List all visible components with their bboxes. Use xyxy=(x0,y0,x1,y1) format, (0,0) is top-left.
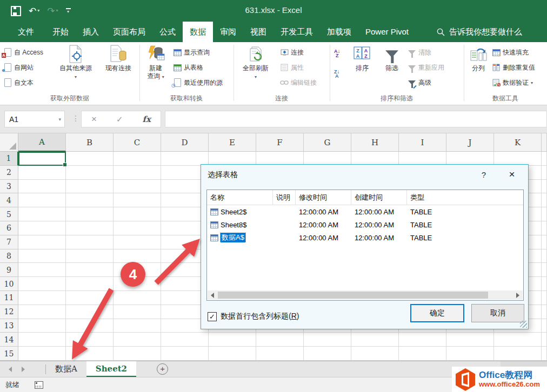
cell-B2[interactable] xyxy=(66,166,114,180)
cell-partial-7[interactable] xyxy=(542,235,547,249)
from-text-button[interactable]: 自文本 xyxy=(3,77,34,89)
cell-F14[interactable] xyxy=(256,333,304,347)
tab-data[interactable]: 数据 xyxy=(183,22,213,42)
cell-A4[interactable] xyxy=(18,193,66,207)
cell-partial-13[interactable] xyxy=(542,319,547,333)
add-sheet-button[interactable]: + xyxy=(157,363,168,375)
column-header-partial[interactable] xyxy=(542,133,547,152)
column-header-I[interactable]: I xyxy=(399,133,446,152)
sort-button[interactable]: ZAAZ 排序 xyxy=(349,44,375,72)
cell-A8[interactable] xyxy=(18,249,66,263)
row-header-11[interactable]: 11 xyxy=(0,291,18,305)
sort-ascending-button[interactable]: A↓Z xyxy=(334,48,341,59)
cell-partial-1[interactable] xyxy=(542,152,547,166)
dialog-resize-grip[interactable] xyxy=(520,321,527,328)
table-name[interactable]: Sheet2$ xyxy=(221,208,246,216)
cell-B3[interactable] xyxy=(66,180,114,194)
table-list-row-Sheet8$[interactable]: Sheet8$12:00:00 AM12:00:00 AMTABLE xyxy=(207,218,523,231)
cell-K14[interactable] xyxy=(494,333,542,347)
column-header-B[interactable]: B xyxy=(66,133,114,152)
hscroll-left-icon[interactable] xyxy=(211,293,214,298)
cell-B12[interactable] xyxy=(66,305,114,319)
from-access-button[interactable]: A 自 Access xyxy=(3,46,43,58)
sheet-tab-shuju-a[interactable]: 数据A xyxy=(46,361,86,377)
cell-C11[interactable] xyxy=(114,291,161,305)
column-header-K[interactable]: K xyxy=(494,133,542,152)
from-other-sources-button[interactable]: 自其他来源 ▾ xyxy=(54,44,97,81)
connections-button[interactable]: 连接 xyxy=(280,46,304,58)
cell-A1[interactable] xyxy=(18,152,66,166)
row-header-8[interactable]: 8 xyxy=(0,249,18,263)
cell-G14[interactable] xyxy=(304,333,351,347)
cell-H14[interactable] xyxy=(351,333,399,347)
cell-A14[interactable] xyxy=(18,333,66,347)
hscroll-thumb[interactable] xyxy=(218,292,488,299)
cell-K15[interactable] xyxy=(494,347,542,361)
cell-I15[interactable] xyxy=(399,347,446,361)
cell-J15[interactable] xyxy=(446,347,494,361)
row-header-10[interactable]: 10 xyxy=(0,277,18,291)
cell-B7[interactable] xyxy=(66,235,114,249)
cell-F15[interactable] xyxy=(256,347,304,361)
row-header-7[interactable]: 7 xyxy=(0,235,18,249)
cell-B6[interactable] xyxy=(66,221,114,235)
cell-partial-8[interactable] xyxy=(542,249,547,263)
ok-button[interactable]: 确定 xyxy=(410,304,464,322)
cell-C14[interactable] xyxy=(114,333,161,347)
cell-J1[interactable] xyxy=(446,152,494,166)
dialog-hscrollbar[interactable] xyxy=(208,290,523,300)
sheet-nav-next-icon[interactable] xyxy=(22,367,25,372)
cell-C1[interactable] xyxy=(114,152,161,166)
cell-A5[interactable] xyxy=(18,207,66,221)
new-query-button[interactable]: 新建 查询 ▾ xyxy=(142,44,170,81)
cell-B14[interactable] xyxy=(66,333,114,347)
text-to-columns-button[interactable]: 分列 xyxy=(467,44,490,72)
cell-B8[interactable] xyxy=(66,249,114,263)
cell-partial-11[interactable] xyxy=(542,291,547,305)
row-header-15[interactable]: 15 xyxy=(0,347,18,361)
table-list-row-数据A$[interactable]: 数据A$12:00:00 AM12:00:00 AMTABLE xyxy=(207,231,523,244)
namebox-resize-handle[interactable]: ⋮ xyxy=(72,114,79,123)
cell-partial-15[interactable] xyxy=(542,347,547,361)
row-header-1[interactable]: 1 xyxy=(0,152,18,166)
sort-descending-button[interactable]: Z↓A xyxy=(334,68,340,80)
cell-partial-5[interactable] xyxy=(542,207,547,221)
fill-handle[interactable] xyxy=(63,163,67,167)
cell-I1[interactable] xyxy=(399,152,446,166)
col-header-type[interactable]: 类型 xyxy=(407,190,523,205)
cell-C8[interactable] xyxy=(114,249,161,263)
cell-K1[interactable] xyxy=(494,152,542,166)
dialog-close-button[interactable]: × xyxy=(503,168,521,182)
formula-input[interactable] xyxy=(165,111,547,127)
tab-power-pivot[interactable]: Power Pivot xyxy=(358,22,416,42)
row-header-5[interactable]: 5 xyxy=(0,207,18,221)
cell-C3[interactable] xyxy=(114,180,161,194)
column-header-D[interactable]: D xyxy=(161,133,209,152)
col-header-name[interactable]: 名称 xyxy=(207,190,273,205)
cell-C12[interactable] xyxy=(114,305,161,319)
refresh-all-button[interactable]: 全部刷新 ▾ xyxy=(238,44,274,81)
col-header-modified[interactable]: 修改时间 xyxy=(296,190,351,205)
dialog-help-button[interactable]: ? xyxy=(476,168,491,182)
cell-B11[interactable] xyxy=(66,291,114,305)
cell-partial-6[interactable] xyxy=(542,221,547,235)
cell-B5[interactable] xyxy=(66,207,114,221)
cell-E1[interactable] xyxy=(209,152,256,166)
cell-A6[interactable] xyxy=(18,221,66,235)
column-header-H[interactable]: H xyxy=(351,133,399,152)
column-header-A[interactable]: A xyxy=(18,133,66,152)
cell-partial-12[interactable] xyxy=(542,305,547,319)
cell-A9[interactable] xyxy=(18,263,66,277)
tab-insert[interactable]: 插入 xyxy=(76,22,106,42)
from-web-button[interactable]: ⊕ 自网站 xyxy=(3,62,34,73)
cell-partial-4[interactable] xyxy=(542,193,547,207)
cell-partial-2[interactable] xyxy=(542,166,547,180)
cell-A11[interactable] xyxy=(18,291,66,305)
tab-view[interactable]: 视图 xyxy=(243,22,274,42)
hscroll-right-icon[interactable] xyxy=(516,293,519,298)
cell-I14[interactable] xyxy=(399,333,446,347)
cell-A2[interactable] xyxy=(18,166,66,180)
cell-J14[interactable] xyxy=(446,333,494,347)
row-header-12[interactable]: 12 xyxy=(0,305,18,319)
cell-B4[interactable] xyxy=(66,193,114,207)
